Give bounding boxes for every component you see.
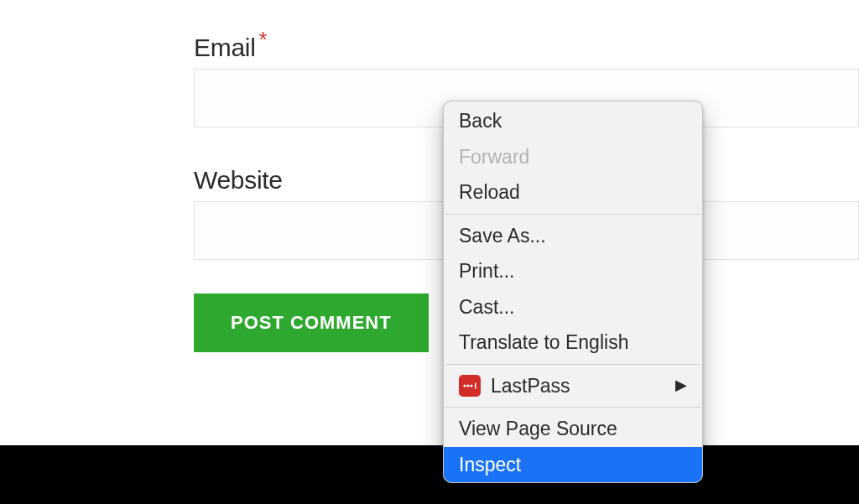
context-menu-label-back: Back: [459, 107, 502, 136]
context-menu-item-view-source[interactable]: View Page Source: [444, 411, 702, 447]
page-footer: [0, 445, 859, 504]
submenu-arrow-icon: ▶: [675, 374, 687, 397]
context-menu-label-cast: Cast...: [459, 293, 514, 322]
context-menu-item-translate[interactable]: Translate to English: [444, 325, 702, 361]
context-menu-item-forward: Forward: [444, 139, 702, 175]
context-menu-label-inspect: Inspect: [459, 450, 521, 480]
context-menu-item-lastpass[interactable]: LastPass ▶: [444, 368, 702, 404]
context-menu-item-save-as[interactable]: Save As...: [444, 218, 702, 254]
email-label-text: Email: [194, 34, 256, 61]
context-menu-separator: [445, 407, 700, 408]
context-menu-label-save-as: Save As...: [459, 221, 546, 251]
lastpass-icon: [459, 375, 481, 397]
context-menu-item-print[interactable]: Print...: [444, 253, 702, 289]
context-menu-separator: [445, 214, 700, 215]
svg-point-2: [470, 384, 472, 387]
context-menu-item-back[interactable]: Back: [444, 103, 702, 139]
context-menu-item-inspect[interactable]: Inspect: [444, 447, 702, 483]
context-menu-label-forward: Forward: [459, 143, 529, 172]
context-menu-item-cast[interactable]: Cast...: [444, 289, 702, 325]
required-mark: *: [259, 27, 268, 52]
context-menu-label-lastpass: LastPass: [491, 372, 570, 401]
context-menu-label-view-source: View Page Source: [459, 414, 617, 444]
context-menu-separator: [445, 364, 700, 365]
context-menu-label-reload: Reload: [459, 178, 520, 207]
context-menu-label-translate: Translate to English: [459, 328, 628, 357]
post-comment-button[interactable]: POST COMMENT: [194, 294, 429, 352]
email-label: Email*: [194, 34, 859, 62]
svg-point-1: [466, 384, 469, 387]
context-menu: Back Forward Reload Save As... Print... …: [443, 101, 703, 483]
context-menu-item-reload[interactable]: Reload: [444, 174, 702, 210]
context-menu-label-print: Print...: [459, 257, 514, 286]
svg-point-0: [463, 384, 466, 387]
svg-rect-3: [475, 382, 476, 388]
